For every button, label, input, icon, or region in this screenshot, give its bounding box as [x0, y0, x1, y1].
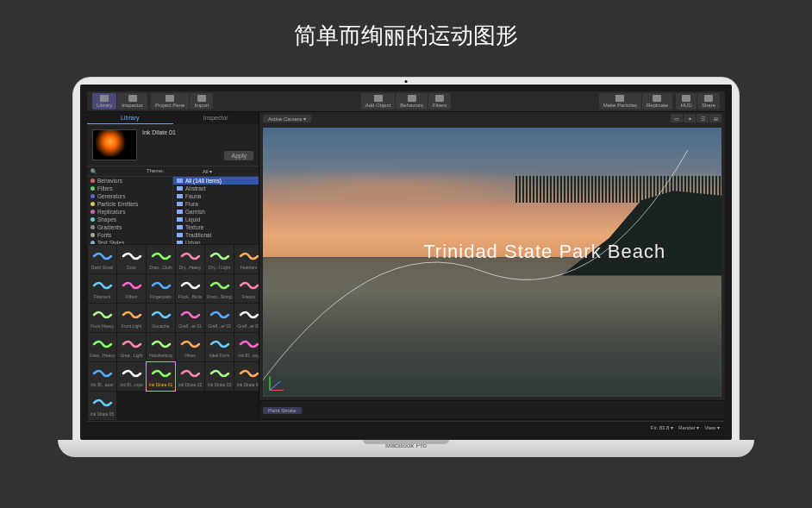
brush-item[interactable]: Feathers: [234, 245, 259, 273]
brush-item[interactable]: Ink Dilate 03: [205, 362, 234, 391]
canvas-area: Active Camera ▾ ▭ ✦ ☰ ⊞: [259, 112, 725, 433]
view-control[interactable]: View ▾: [704, 424, 720, 430]
view-mode-button[interactable]: ☰: [696, 114, 709, 122]
category-item[interactable]: Shapes: [87, 216, 172, 223]
toolbar-library[interactable]: Library: [92, 93, 116, 110]
toolbar-share[interactable]: Share: [697, 93, 720, 110]
brush-item[interactable]: Ink Bl...avy: [234, 333, 259, 361]
theme-label: Theme:: [147, 168, 199, 174]
brush-item[interactable]: Grea...Heavy: [88, 333, 116, 361]
toolbar-replicate[interactable]: Replicate: [642, 93, 672, 110]
brush-item[interactable]: Graff...er 03: [234, 304, 259, 332]
subcategory-item[interactable]: Traditional: [173, 231, 259, 239]
brush-item[interactable]: Filbert: [117, 274, 146, 303]
brush-item[interactable]: Fresco: [234, 274, 259, 303]
subcategory-item[interactable]: Fauna: [173, 192, 259, 200]
subcategory-item[interactable]: Texture: [173, 223, 259, 231]
camera-dropdown[interactable]: Active Camera ▾: [263, 115, 311, 122]
view-mode-button[interactable]: ✦: [684, 114, 696, 122]
view-mode-button[interactable]: ▭: [671, 114, 683, 122]
brush-item[interactable]: Ink Dilate 02: [176, 362, 204, 391]
camera-dot: [405, 80, 408, 83]
laptop-mockup: LibraryInspector Project PaneImport Add …: [73, 78, 739, 492]
category-item[interactable]: Behaviors: [87, 177, 172, 185]
brush-grid[interactable]: Dash SmallDotsDrap...ClothDry...HeavyDry…: [87, 244, 259, 421]
brush-item[interactable]: Ink Dilate 04: [234, 362, 259, 391]
brush-item[interactable]: Ink Bl...aper: [88, 362, 116, 391]
main-toolbar: LibraryInspector Project PaneImport Add …: [87, 91, 725, 112]
view-mode-button[interactable]: ⊞: [709, 114, 721, 122]
mini-timeline[interactable]: Paint Stroke: [259, 400, 725, 419]
brush-item[interactable]: Handwriting: [147, 333, 175, 361]
toolbar-make-particles[interactable]: Make Particles: [599, 93, 641, 110]
category-item[interactable]: Gradients: [87, 223, 172, 231]
render-control[interactable]: Render ▾: [678, 424, 699, 430]
canvas-title-text[interactable]: Trinidad State Park Beach: [423, 241, 665, 263]
brush-item[interactable]: Dry...I Light: [205, 245, 234, 273]
brush-item[interactable]: Grea...Light: [117, 333, 146, 361]
fit-control[interactable]: Fit: 83.8 ▾: [651, 424, 673, 430]
subcategory-item[interactable]: Liquid: [173, 216, 259, 223]
toolbar-import[interactable]: Import: [190, 93, 213, 110]
subcategory-item[interactable]: Garnish: [173, 208, 259, 216]
apply-button[interactable]: Apply: [224, 151, 253, 160]
theme-dropdown[interactable]: All ▾: [203, 168, 255, 174]
brush-item[interactable]: Ideal Form: [205, 333, 234, 361]
brush-item[interactable]: Flock...Birds: [176, 274, 204, 303]
brush-item[interactable]: Ink Dilate 01: [147, 362, 175, 391]
toolbar-filters[interactable]: Filters: [428, 93, 451, 110]
library-sidebar: Library Inspector Ink Dilate 01 Apply 🔍 …: [87, 112, 259, 433]
brush-item[interactable]: Gouache: [147, 304, 175, 332]
brush-item[interactable]: Graff...er 02: [205, 304, 234, 332]
preview-name: Ink Dilate 01: [142, 129, 176, 160]
brush-item[interactable]: Dots: [117, 245, 146, 273]
tab-inspector[interactable]: Inspector: [173, 112, 259, 124]
toolbar-inspector[interactable]: Inspector: [117, 93, 147, 110]
brush-item[interactable]: Fract...String: [205, 274, 234, 303]
viewport-canvas[interactable]: Trinidad State Park Beach: [263, 128, 721, 397]
brush-item[interactable]: Graff...er 01: [176, 304, 204, 332]
brush-item[interactable]: Fingerpaint: [147, 274, 175, 303]
brush-item[interactable]: Front Heavy: [88, 304, 116, 332]
brush-item[interactable]: Ink Bl...mpe: [117, 362, 146, 391]
category-item[interactable]: Generators: [87, 192, 172, 200]
brush-item[interactable]: Ink Dilate 05: [88, 392, 116, 420]
subcategory-item[interactable]: Flora: [173, 200, 259, 208]
subcategory-item[interactable]: All (148 Items): [173, 177, 259, 185]
brush-item[interactable]: Dash Small: [88, 245, 116, 273]
brush-item[interactable]: Hives: [176, 333, 204, 361]
status-bar: Fit: 83.8 ▾ Render ▾ View ▾: [87, 421, 725, 433]
page-headline: 简单而绚丽的运动图形: [0, 0, 812, 51]
preview-thumbnail: [92, 129, 137, 160]
brush-item[interactable]: Dry...Heavy: [176, 245, 204, 273]
category-list[interactable]: BehaviorsFiltersGeneratorsParticle Emitt…: [87, 177, 173, 244]
subcategory-list[interactable]: All (148 Items)AbstractFaunaFloraGarnish…: [173, 177, 259, 244]
category-item[interactable]: Particle Emitters: [87, 200, 172, 208]
toolbar-project-pane[interactable]: Project Pane: [151, 93, 189, 110]
filter-row: 🔍 Theme: All ▾: [87, 166, 259, 177]
toolbar-hud[interactable]: HUD: [676, 93, 696, 110]
brush-item[interactable]: Filament: [88, 274, 116, 303]
preview-panel: Ink Dilate 01 Apply: [87, 124, 259, 166]
timeline-track-label[interactable]: Paint Stroke: [263, 407, 302, 414]
brush-item[interactable]: Front Light: [117, 304, 146, 332]
sidebar-tabs: Library Inspector: [87, 112, 259, 124]
subcategory-item[interactable]: Abstract: [173, 185, 259, 192]
search-icon[interactable]: 🔍: [91, 168, 143, 174]
brush-item[interactable]: Drap...Cloth: [147, 245, 175, 273]
category-item[interactable]: Filters: [87, 185, 172, 192]
toolbar-behaviors[interactable]: Behaviors: [396, 93, 428, 110]
category-item[interactable]: Replicators: [87, 208, 172, 216]
toolbar-add-object[interactable]: Add Object: [361, 93, 396, 110]
motion-app-window: LibraryInspector Project PaneImport Add …: [87, 91, 725, 433]
tab-library[interactable]: Library: [87, 112, 173, 124]
category-item[interactable]: Fonts: [87, 231, 172, 239]
